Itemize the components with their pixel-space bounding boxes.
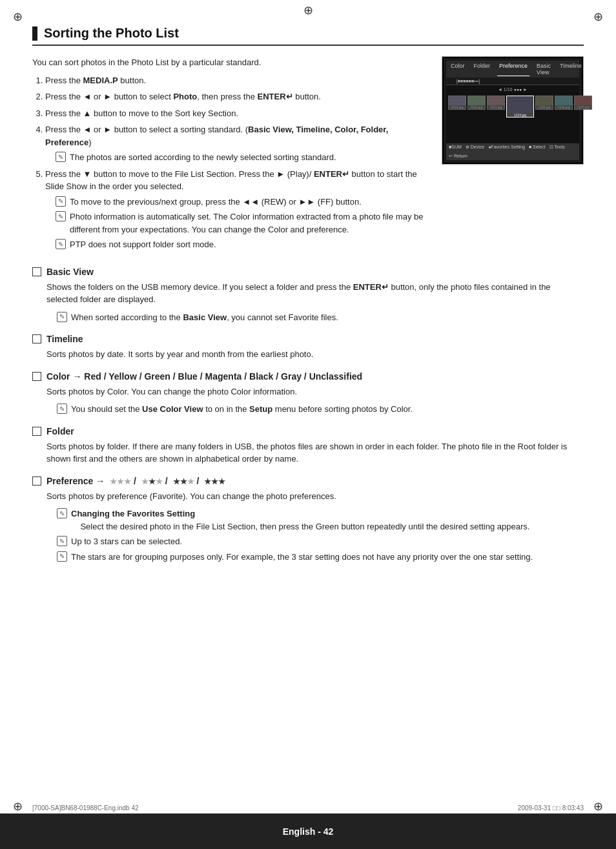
tv-photo-row-1: 1001.jpg 1002.jpg 1221.jpg <box>448 96 577 118</box>
color-note: ✎ You should set the Use Color View to o… <box>57 403 584 416</box>
star-empty-3: ★ <box>124 477 131 486</box>
folder-text: Sorts photos by folder. If there are man… <box>46 440 584 465</box>
checkbox-preference <box>32 476 41 486</box>
preference-text: Sorts photos by preference (Favorite). Y… <box>46 490 584 503</box>
changing-favorites-label: Changing the Favorites Setting <box>71 509 195 518</box>
star-empty-4: ★ <box>141 477 149 486</box>
footer-meta: [7000-SA]BN68-01988C-Eng.indb 42 2009-03… <box>0 804 616 812</box>
star-empty-5: ★ <box>156 477 163 486</box>
note-icon-3: ✎ <box>56 211 66 221</box>
step-3: Press the ▲ button to move to the Sort k… <box>45 107 429 120</box>
subsection-preference-title: Preference → ★★★ / ★★★ / ★★★ / ★★★ <box>46 476 225 486</box>
color-bold: Use Color View <box>142 404 203 414</box>
subsection-timeline-title: Timeline <box>46 334 83 344</box>
tv-inner: Color Folder Preference Basic View Timel… <box>444 58 582 163</box>
note-icon-color: ✎ <box>57 404 67 414</box>
tv-tab-timeline: Timeline <box>558 62 584 76</box>
subsection-timeline: Timeline Sorts photos by date. It sorts … <box>32 334 584 361</box>
stars-2: ★★★ <box>141 476 163 486</box>
preference-note-1: ✎ Changing the Favorites Setting Select … <box>57 507 584 533</box>
tv-photo-1: 1001.jpg <box>448 96 466 110</box>
step5-note-3: ✎ PTP does not support folder sort mode. <box>56 238 429 251</box>
tv-photo-6: 1337.jpg <box>574 96 592 110</box>
tv-bottom-tools: ⊡ Tools <box>549 145 565 150</box>
tv-screenshot-area: Color Folder Preference Basic View Timel… <box>442 56 584 256</box>
intro-text: You can sort photos in the Photo List by… <box>32 56 429 69</box>
stars-3: ★★★ <box>173 476 194 486</box>
step5-note-1: ✎ To move to the previous/next group, pr… <box>56 196 429 209</box>
star-filled-6: ★ <box>218 477 225 486</box>
checkbox-timeline <box>32 334 41 343</box>
subsection-basic-view-header: Basic View <box>32 267 584 277</box>
step5-enter: ENTER↵ <box>314 169 349 179</box>
tv-photo-2: 1002.jpg <box>467 96 486 110</box>
star-filled-5: ★ <box>211 477 218 486</box>
tv-tabs: Color Folder Preference Basic View Timel… <box>446 61 579 77</box>
star-filled-4: ★ <box>204 477 211 486</box>
note-icon-bv: ✎ <box>57 312 67 322</box>
subsection-basic-view-body: Shows the folders on the USB memory devi… <box>46 281 584 324</box>
subsection-timeline-body: Sorts photos by date. It sorts by year a… <box>46 348 584 361</box>
checkbox-folder <box>32 427 41 436</box>
tv-filter-bar: [■■■■■■▪▪▪] <box>446 77 579 85</box>
tv-bottom-return: ↩ Return <box>449 154 467 159</box>
section-title: Sorting the Photo List <box>44 26 179 41</box>
subsection-preference-body: Sorts photos by preference (Favorite). Y… <box>46 490 584 564</box>
subsection-folder-body: Sorts photos by folder. If there are man… <box>46 440 584 465</box>
note-icon-4: ✎ <box>56 239 66 249</box>
step-2: Press the ◄ or ► button to select Photo,… <box>45 90 429 103</box>
subsection-color-title: Color → Red / Yellow / Green / Blue / Ma… <box>46 371 362 382</box>
tv-photo-4: 1226.jpg <box>535 96 553 110</box>
checkbox-color <box>32 372 41 381</box>
subsection-folder-title: Folder <box>46 426 74 436</box>
star-filled-2: ★ <box>173 477 180 486</box>
tv-photo-large: 1224.jpg <box>506 96 534 118</box>
footer-meta-left: [7000-SA]BN68-01988C-Eng.indb 42 <box>32 804 139 812</box>
footer-meta-right: 2009-03-31 □□ 8:03:43 <box>518 804 584 812</box>
bv-bold: Basic View <box>183 312 227 322</box>
stars-4: ★★★ <box>204 476 225 486</box>
subsection-folder-header: Folder <box>32 426 584 436</box>
footer-text: English - 42 <box>283 826 334 837</box>
step-1: Press the MEDIA.P button. <box>45 74 429 87</box>
stars-1: ★★★ <box>110 476 131 486</box>
tv-screenshot: Color Folder Preference Basic View Timel… <box>442 56 584 165</box>
section-title-accent <box>32 26 37 41</box>
subsection-timeline-header: Timeline <box>32 334 584 344</box>
tv-bottom-sum: ■SUM <box>449 145 462 150</box>
preference-note-text-2: Up to 3 stars can be selected. <box>71 535 584 548</box>
subsection-color-body: Sorts photos by Color. You can change th… <box>46 385 584 416</box>
step-4: Press the ◄ or ► button to select a sort… <box>45 123 429 164</box>
subsection-color-header: Color → Red / Yellow / Green / Blue / Ma… <box>32 371 584 382</box>
bv-enter: ENTER↵ <box>353 282 389 292</box>
star-filled-3: ★ <box>180 477 187 486</box>
content-left: You can sort photos in the Photo List by… <box>32 56 429 256</box>
step2-enter: ENTER↵ <box>258 92 293 101</box>
basic-view-text: Shows the folders on the USB memory devi… <box>46 281 584 306</box>
timeline-text: Sorts photos by date. It sorts by year a… <box>46 348 584 361</box>
checkbox-basic-view <box>32 267 41 276</box>
basic-view-note-text: When sorted according to the Basic View,… <box>71 311 584 324</box>
tv-page-indicator: ◄ 1/10 ●●● ► <box>448 87 577 92</box>
content-with-image: You can sort photos in the Photo List by… <box>32 56 584 256</box>
page-container: Sorting the Photo List You can sort phot… <box>0 0 616 849</box>
subsection-basic-view: Basic View Shows the folders on the USB … <box>32 267 584 324</box>
preference-note-3: ✎ The stars are for grouping purposes on… <box>57 551 584 564</box>
tv-tab-color: Color <box>449 62 467 76</box>
note-icon-pref2: ✎ <box>57 536 67 546</box>
note-icon-pref1: ✎ <box>57 508 67 518</box>
note-icon-2: ✎ <box>56 196 66 207</box>
color-note-text: You should set the Use Color View to on … <box>71 403 584 416</box>
basic-view-note: ✎ When sorted according to the Basic Vie… <box>57 311 584 324</box>
tv-tab-basic: Basic View <box>535 62 553 76</box>
steps-list: Press the MEDIA.P button. Press the ◄ or… <box>32 74 429 251</box>
note-icon: ✎ <box>56 152 66 162</box>
step5-note-text-1: To move to the previous/next group, pres… <box>70 196 429 209</box>
subsection-folder: Folder Sorts photos by folder. If there … <box>32 426 584 465</box>
tv-content-area: ◄ 1/10 ●●● ► 1001.jpg 1002.jpg <box>446 85 579 143</box>
tv-bottom-favorites: ●Favorites Setting <box>488 145 525 150</box>
step2-photo: Photo <box>173 92 197 101</box>
tv-tab-folder: Folder <box>472 62 493 76</box>
step4-note-text: The photos are sorted according to the n… <box>70 151 429 164</box>
note-icon-pref3: ✎ <box>57 551 67 562</box>
